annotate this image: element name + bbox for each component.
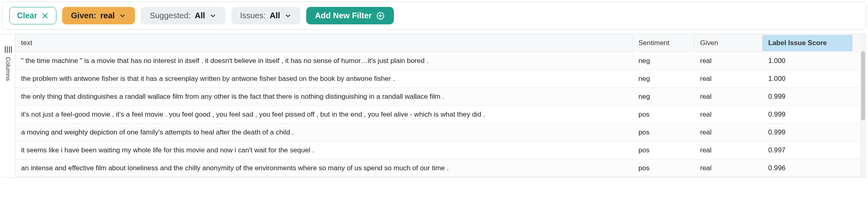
cell-given: real	[694, 106, 763, 123]
filter-given-label: Given:	[71, 11, 96, 20]
plus-circle-icon	[376, 11, 385, 20]
cell-score: 1.000	[763, 53, 853, 69]
cell-score: 1.000	[763, 71, 853, 87]
cell-sentiment: neg	[633, 89, 694, 105]
clear-label: Clear	[17, 11, 37, 20]
data-table: Columns text Sentiment Given Label Issue…	[2, 34, 866, 178]
chevron-down-icon	[209, 12, 217, 20]
cell-score: 0.999	[763, 124, 853, 141]
cell-given: real	[694, 53, 763, 69]
cell-given: real	[694, 160, 763, 176]
filter-suggested-value: All	[195, 11, 205, 20]
filter-given[interactable]: Given: real	[62, 7, 135, 24]
cell-sentiment: pos	[633, 124, 694, 141]
cell-text: an intense and effective film about lone…	[15, 160, 633, 176]
chevron-down-icon	[119, 12, 126, 20]
table-header-row: text Sentiment Given Label Issue Score	[15, 34, 860, 52]
cell-given: real	[694, 142, 763, 158]
filter-issues-label: Issues:	[240, 11, 266, 20]
filter-suggested-label: Suggested:	[150, 11, 191, 20]
vertical-scrollbar[interactable]	[860, 34, 866, 177]
table-row[interactable]: " the time machine " is a movie that has…	[15, 52, 860, 70]
cell-given: real	[694, 71, 763, 87]
filter-bar: Clear Given: real Suggested: All Issues:…	[2, 2, 866, 30]
cell-text: " the time machine " is a movie that has…	[15, 53, 633, 69]
filter-issues-value: All	[270, 11, 280, 20]
cell-text: it's not just a feel-good movie , it's a…	[15, 106, 633, 123]
table-row[interactable]: it seems like i have been waiting my who…	[15, 141, 860, 159]
cell-score: 0.997	[763, 142, 853, 158]
add-filter-label: Add New Filter	[315, 11, 372, 20]
chevron-down-icon	[284, 12, 292, 20]
grid: text Sentiment Given Label Issue Score "…	[15, 34, 860, 177]
col-header-score[interactable]: Label Issue Score	[763, 35, 853, 51]
cell-sentiment: neg	[633, 53, 694, 69]
table-row[interactable]: it's not just a feel-good movie , it's a…	[15, 106, 860, 124]
columns-label: Columns	[5, 57, 12, 81]
col-header-sentiment[interactable]: Sentiment	[633, 35, 694, 51]
cell-sentiment: pos	[633, 160, 694, 176]
cell-score: 0.996	[763, 160, 853, 176]
filter-given-value: real	[100, 11, 115, 20]
cell-text: a moving and weighty depiction of one fa…	[15, 124, 633, 141]
columns-icon	[5, 46, 12, 53]
cell-score: 0.999	[763, 89, 853, 105]
table-row[interactable]: an intense and effective film about lone…	[15, 159, 860, 177]
col-header-text[interactable]: text	[15, 35, 633, 51]
table-row[interactable]: the only thing that distinguishes a rand…	[15, 88, 860, 106]
cell-text: it seems like i have been waiting my who…	[15, 142, 633, 158]
scrollbar-thumb[interactable]	[861, 51, 865, 120]
cell-sentiment: neg	[633, 71, 694, 87]
close-icon	[41, 12, 49, 20]
table-row[interactable]: the problem with antwone fisher is that …	[15, 70, 860, 88]
cell-sentiment: pos	[633, 106, 694, 123]
filter-issues[interactable]: Issues: All	[231, 7, 301, 24]
clear-filters-button[interactable]: Clear	[9, 7, 56, 24]
cell-text: the problem with antwone fisher is that …	[15, 71, 633, 87]
col-header-given[interactable]: Given	[694, 35, 763, 51]
cell-given: real	[694, 89, 763, 105]
cell-text: the only thing that distinguishes a rand…	[15, 89, 633, 105]
add-filter-button[interactable]: Add New Filter	[306, 7, 394, 24]
columns-panel-toggle[interactable]: Columns	[2, 34, 15, 177]
cell-given: real	[694, 124, 763, 141]
cell-sentiment: pos	[633, 142, 694, 158]
filter-suggested[interactable]: Suggested: All	[141, 7, 226, 24]
cell-score: 0.999	[763, 106, 853, 123]
table-row[interactable]: a moving and weighty depiction of one fa…	[15, 124, 860, 141]
